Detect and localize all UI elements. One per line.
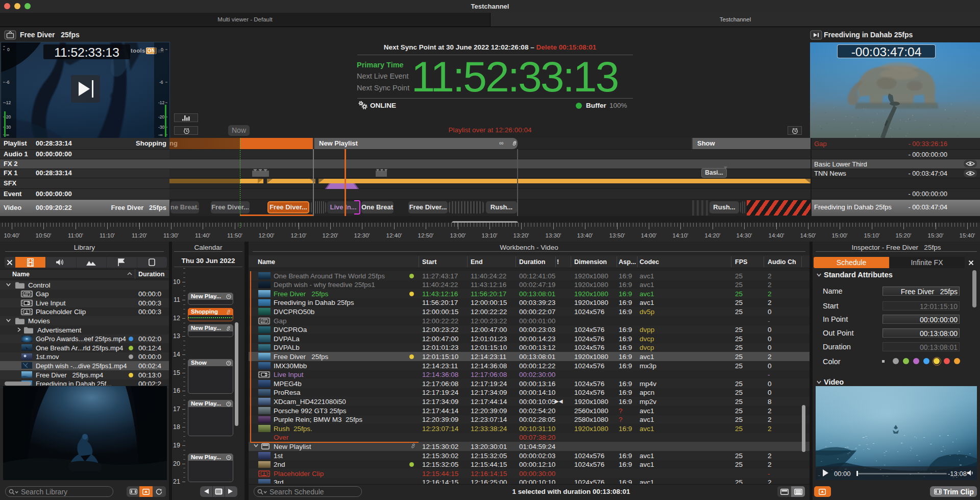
svg-text:-12: -12 (158, 100, 165, 105)
svg-text:-∞: -∞ (158, 132, 163, 137)
svg-text:0: 0 (7, 47, 10, 52)
svg-text:-6: -6 (159, 80, 163, 85)
svg-text:0: 0 (161, 47, 163, 52)
svg-text:-12: -12 (5, 100, 11, 105)
svg-text:-6: -6 (6, 80, 10, 85)
svg-text:-20: -20 (158, 114, 165, 120)
svg-text:-30: -30 (158, 125, 165, 130)
